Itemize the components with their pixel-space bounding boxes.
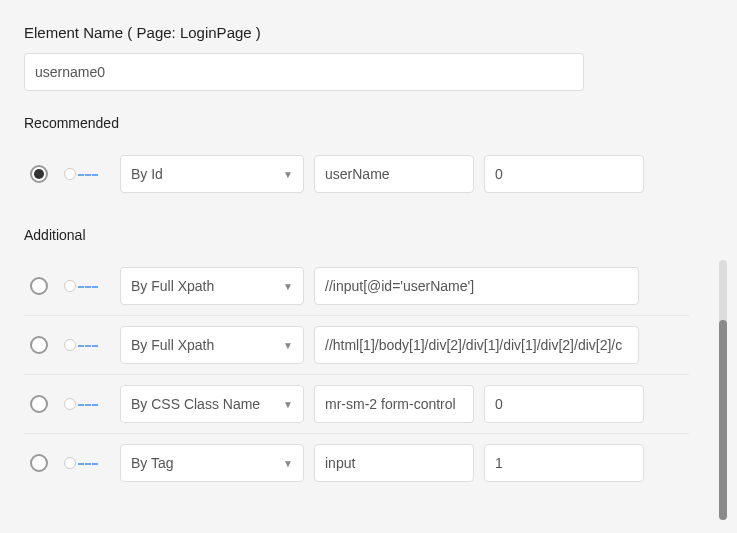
selector-value-input[interactable]	[314, 444, 474, 482]
selector-type-label: By Full Xpath	[131, 337, 214, 353]
selector-index-input[interactable]	[484, 385, 644, 423]
selector-value-input[interactable]	[314, 155, 474, 193]
selector-value-input[interactable]	[314, 385, 474, 423]
locator-toggle[interactable]	[64, 456, 102, 470]
recommended-section-title: Recommended	[24, 115, 689, 131]
label-prefix: Element Name (	[24, 24, 137, 41]
page-label: Page:	[137, 24, 180, 41]
chevron-down-icon: ▼	[283, 169, 293, 180]
selector-value-input[interactable]	[314, 326, 639, 364]
locator-radio[interactable]	[30, 336, 48, 354]
selector-type-label: By CSS Class Name	[131, 396, 260, 412]
selector-index-input[interactable]	[484, 444, 644, 482]
selector-value-input[interactable]	[314, 267, 639, 305]
chevron-down-icon: ▼	[283, 458, 293, 469]
selector-type-dropdown[interactable]: By Full Xpath ▼	[120, 326, 304, 364]
locator-radio[interactable]	[30, 277, 48, 295]
locator-row-recommended: By Id ▼	[24, 145, 689, 203]
scrollbar-thumb[interactable]	[719, 320, 727, 520]
selector-type-label: By Tag	[131, 455, 174, 471]
locator-radio[interactable]	[30, 165, 48, 183]
locator-row: By Full Xpath ▼	[24, 316, 689, 375]
locator-toggle[interactable]	[64, 279, 102, 293]
selector-index-input[interactable]	[484, 155, 644, 193]
selector-type-label: By Full Xpath	[131, 278, 214, 294]
locator-radio[interactable]	[30, 395, 48, 413]
chevron-down-icon: ▼	[283, 399, 293, 410]
scrollbar-track[interactable]	[719, 260, 727, 520]
selector-type-dropdown[interactable]: By Full Xpath ▼	[120, 267, 304, 305]
chevron-down-icon: ▼	[283, 281, 293, 292]
locator-radio[interactable]	[30, 454, 48, 472]
selector-type-label: By Id	[131, 166, 163, 182]
selector-type-dropdown[interactable]: By Tag ▼	[120, 444, 304, 482]
locator-row: By CSS Class Name ▼	[24, 375, 689, 434]
locator-row: By Tag ▼	[24, 434, 689, 492]
locator-toggle[interactable]	[64, 167, 102, 181]
locator-row: By Full Xpath ▼	[24, 257, 689, 316]
locator-toggle[interactable]	[64, 338, 102, 352]
element-name-label: Element Name ( Page: LoginPage )	[24, 24, 689, 41]
selector-type-dropdown[interactable]: By CSS Class Name ▼	[120, 385, 304, 423]
page-name: LoginPage	[180, 24, 252, 41]
form-container: Element Name ( Page: LoginPage ) Recomme…	[0, 0, 713, 533]
locator-toggle[interactable]	[64, 397, 102, 411]
chevron-down-icon: ▼	[283, 340, 293, 351]
label-suffix: )	[252, 24, 261, 41]
additional-section-title: Additional	[24, 227, 689, 243]
element-name-input[interactable]	[24, 53, 584, 91]
selector-type-dropdown[interactable]: By Id ▼	[120, 155, 304, 193]
